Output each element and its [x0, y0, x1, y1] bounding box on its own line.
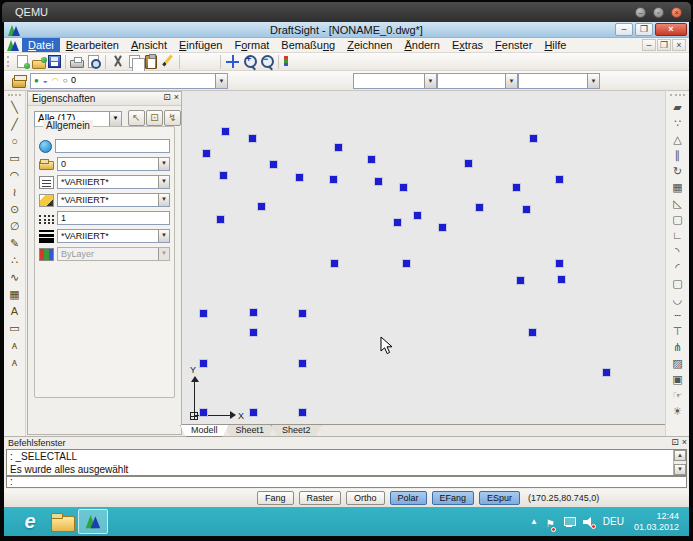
grab-tool-icon[interactable]: ☞ — [669, 388, 686, 403]
zoom-out-icon[interactable] — [259, 54, 274, 69]
keyboard-language-indicator[interactable]: DEU — [603, 516, 624, 527]
volume-icon[interactable] — [583, 516, 595, 528]
toggle-raster[interactable]: Raster — [299, 491, 342, 505]
quick-select-button[interactable]: ↯ — [164, 110, 181, 126]
entity-grip[interactable] — [529, 329, 536, 336]
rectangle-tool-icon[interactable]: ▭ — [6, 151, 23, 167]
menu-ansicht[interactable]: Ansicht — [125, 38, 173, 52]
menu-bemaßung[interactable]: Bemaßung — [275, 38, 341, 52]
menu-datei[interactable]: Datei — [22, 38, 60, 52]
chevron-down-icon[interactable]: ▼ — [158, 176, 169, 188]
copy-icon[interactable] — [129, 55, 140, 68]
scroll-up-icon[interactable]: ▲ — [674, 450, 686, 461]
entity-grip[interactable] — [558, 276, 565, 283]
fillet-tool-icon[interactable]: ◝ — [669, 244, 686, 259]
sketch-tool-icon[interactable]: ✎ — [6, 236, 23, 252]
sheet-tab-modell[interactable]: Modell — [180, 425, 229, 437]
entity-grip[interactable] — [250, 409, 257, 416]
entity-grip[interactable] — [296, 174, 303, 181]
entity-grip[interactable] — [394, 219, 401, 226]
chevron-down-icon[interactable]: ▼ — [158, 158, 169, 170]
entity-grip[interactable] — [270, 161, 277, 168]
entity-grip[interactable] — [299, 360, 306, 367]
chevron-down-icon[interactable]: ▼ — [424, 74, 436, 88]
entity-grip[interactable] — [603, 369, 610, 376]
infinite-line-tool-icon[interactable]: ╱ — [6, 117, 23, 133]
minimize-button[interactable]: – — [615, 23, 633, 36]
hyperlink-field[interactable] — [55, 139, 170, 153]
action-center-icon[interactable]: ⚑ — [546, 513, 555, 531]
explode-tool-icon[interactable]: ☀ — [669, 404, 686, 419]
entity-grip[interactable] — [250, 329, 257, 336]
entity-grip[interactable] — [331, 260, 338, 267]
toolbar-grip[interactable] — [8, 94, 21, 98]
command-input[interactable]: : — [6, 476, 687, 488]
entity-grip[interactable] — [222, 128, 229, 135]
command-window-header[interactable]: Befehlsfenster ⊡× — [4, 437, 689, 449]
mdi-close-button[interactable]: × — [672, 39, 686, 51]
scroll-down-icon[interactable]: ▼ — [674, 464, 686, 475]
entity-grip[interactable] — [299, 310, 306, 317]
close-icon[interactable]: × — [682, 437, 687, 447]
qemu-maximize-button[interactable]: ▫ — [653, 7, 664, 18]
dock-icon[interactable]: ⊡ — [163, 92, 171, 102]
menu-format[interactable]: Format — [228, 38, 275, 52]
mdi-restore-button[interactable]: ❐ — [657, 39, 671, 51]
menu-hilfe[interactable]: Hilfe — [538, 38, 572, 52]
mirror-tool-icon[interactable]: △ — [669, 132, 686, 147]
pattern-tool-icon[interactable]: ▦ — [669, 180, 686, 195]
toggle-efang[interactable]: EFang — [432, 491, 475, 505]
chevron-down-icon[interactable]: ▼ — [587, 74, 599, 88]
restore-button[interactable]: ❐ — [635, 23, 653, 36]
point-tool-icon[interactable]: ∴ — [6, 253, 23, 269]
entity-grip[interactable] — [299, 409, 306, 416]
linecolor-combo[interactable]: ▼ — [518, 73, 600, 89]
chevron-down-icon[interactable]: ▼ — [109, 112, 121, 126]
entity-grip[interactable] — [330, 176, 337, 183]
print-preview-icon[interactable] — [88, 55, 99, 68]
entity-grip[interactable] — [220, 172, 227, 179]
linestyle-field[interactable]: *VARIIERT*▼ — [57, 175, 170, 189]
entity-grip[interactable] — [517, 277, 524, 284]
layers-tool-icon[interactable]: ▣ — [669, 372, 686, 387]
entity-grip[interactable] — [476, 204, 483, 211]
simple-note-a-tool-icon[interactable]: ᴀ — [6, 338, 23, 354]
print-icon[interactable] — [70, 60, 84, 68]
hatch-edit-tool-icon[interactable]: ▨ — [669, 356, 686, 371]
entity-grip[interactable] — [200, 409, 207, 416]
ellipse-tool-icon[interactable]: ∅ — [6, 219, 23, 235]
menu-fenster[interactable]: Fenster — [489, 38, 538, 52]
offset-tool-icon[interactable]: ∥ — [669, 148, 686, 163]
chamfer-tool-icon[interactable]: ◜ — [669, 260, 686, 275]
text-format-icon[interactable] — [283, 54, 298, 69]
round-rect-tool-icon[interactable]: ▢ — [669, 276, 686, 291]
entity-grip[interactable] — [368, 156, 375, 163]
menu-ändern[interactable]: Ändern — [398, 38, 445, 52]
qemu-close-button[interactable]: × — [671, 7, 682, 18]
undo-icon[interactable] — [184, 54, 199, 69]
menu-einfügen[interactable]: Einfügen — [173, 38, 228, 52]
select-entities-button[interactable]: ↖ — [128, 110, 145, 126]
toggle-espur[interactable]: ESpur — [479, 491, 520, 505]
lineweight-field[interactable]: *VARIIERT*▼ — [57, 229, 170, 243]
draftsight-titlebar[interactable]: DraftSight - [NONAME_0.dwg*] – ❐ × — [4, 22, 689, 38]
zoom-in-icon[interactable] — [242, 54, 257, 69]
entity-grip[interactable] — [465, 160, 472, 167]
toggle-polar[interactable]: Polar — [390, 491, 427, 505]
text-tool-icon[interactable]: A — [6, 304, 23, 320]
edit-corner-tool-icon[interactable]: ∟ — [669, 228, 686, 243]
chevron-down-icon[interactable]: ▼ — [158, 230, 169, 242]
chevron-down-icon[interactable]: ▼ — [505, 74, 517, 88]
trim-tool-icon[interactable]: ⋔ — [669, 340, 686, 355]
entity-grip[interactable] — [439, 224, 446, 231]
menu-zeichnen[interactable]: Zeichnen — [341, 38, 398, 52]
pan-icon[interactable] — [225, 54, 240, 69]
chevron-down-icon[interactable]: ▼ — [215, 74, 227, 88]
mdi-minimize-button[interactable]: – — [642, 39, 656, 51]
pen-field[interactable]: *VARIIERT*▼ — [57, 193, 170, 207]
cut-icon[interactable] — [110, 54, 125, 69]
qemu-titlebar[interactable]: QEMU – ▫ × — [2, 2, 691, 22]
taskbar-explorer-button[interactable] — [48, 509, 76, 534]
entity-grip[interactable] — [414, 212, 421, 219]
command-history[interactable]: : _SELECTALLEs wurde alles ausgewählt ▲ … — [6, 449, 687, 476]
